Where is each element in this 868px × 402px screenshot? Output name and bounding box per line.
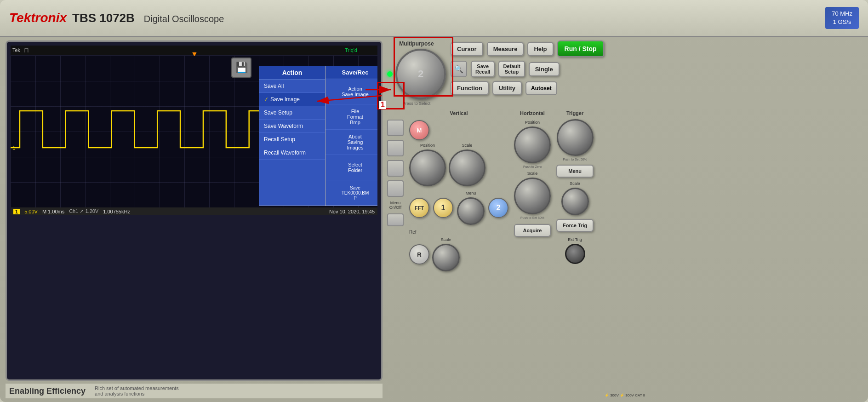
brand-model: TBS 1072B <box>72 11 135 25</box>
trig-label: Triq'd <box>345 47 357 53</box>
sub-menu: Save/Rec Action Save Image File Format B… <box>326 66 377 206</box>
time-div: M 1.00ms <box>42 209 64 214</box>
enabling-text: Enabling Efficiency <box>9 386 86 396</box>
utility-button[interactable]: Utility <box>492 81 522 95</box>
autoset-button[interactable]: Autoset <box>525 81 557 95</box>
menu-on-off-button[interactable] <box>387 213 404 226</box>
brand-tektronix: Tektronix <box>9 11 67 25</box>
horizontal-section: Horizontal Position Push to Zero Scale P… <box>514 110 551 390</box>
trigger-menu-button[interactable]: Menu <box>556 165 594 178</box>
ch2-button[interactable]: 2 <box>488 198 508 218</box>
action-menu-save-image[interactable]: ✓ Save Image <box>259 93 325 106</box>
small-btn-4[interactable] <box>387 180 404 197</box>
screen-bezel: Tek ⊓ Triq'd ▼ 1 <box>6 40 383 381</box>
small-btn-1[interactable] <box>387 120 404 136</box>
force-trig-button[interactable]: Force Trig <box>556 219 594 232</box>
ch1-button[interactable]: 1 <box>433 198 453 218</box>
trigger-scale-knob[interactable] <box>561 188 589 215</box>
ch1-badge: 1 <box>13 209 20 214</box>
multipurpose-section: Multipurpose 2 Press to Select <box>387 40 446 106</box>
datetime: Nov 10, 2020, 19:45 <box>329 209 375 214</box>
trigger-label: Trigger <box>556 110 594 117</box>
screen-status: 1 5.00V M 1.00ms Ch1 ↗ 1.20V 1.00755kHz … <box>11 207 377 215</box>
help-button[interactable]: Help <box>527 42 553 56</box>
single-button[interactable]: Single <box>529 62 560 76</box>
vertical-label: Vertical <box>409 110 508 117</box>
left-small-buttons: Menu On/Off <box>387 120 404 390</box>
ext-trig-connector <box>565 244 585 264</box>
default-setup-button[interactable]: Default Setup <box>498 61 525 77</box>
ch1-menu-knob[interactable] <box>457 197 485 225</box>
scale-label-v: Scale <box>462 143 473 148</box>
vertical-position-knob[interactable] <box>409 149 446 186</box>
sub-menu-save-file[interactable]: Save TEK0000.BM P <box>326 180 377 206</box>
vertical-scale-knob-2[interactable] <box>432 244 460 271</box>
action-menu-save-waveform[interactable]: Save Waveform <box>259 120 325 133</box>
sub-menu-file-format[interactable]: File Format Bmp <box>326 104 377 130</box>
horiz-position-label: Position <box>525 120 540 125</box>
ch1-info: Ch1 ↗ 1.20V <box>69 208 98 214</box>
power-led <box>387 71 393 77</box>
trigger-section: Trigger Push to Set 50% Menu Scale Force… <box>556 110 594 390</box>
screen-section: Tek ⊓ Triq'd ▼ 1 <box>6 40 383 398</box>
zoom-button[interactable]: 🔍 <box>451 61 467 77</box>
action-menu: Action Save All ✓ Save Image Save Setup <box>259 66 326 206</box>
header-specs: 70 MHz 1 GS/s <box>825 7 859 29</box>
action-menu-save-setup[interactable]: Save Setup <box>259 106 325 120</box>
brand-section: Tektronix TBS 1072B Digital Oscilloscope <box>9 11 224 25</box>
horizontal-position-knob[interactable] <box>514 126 551 163</box>
sub-menu-title: Save/Rec <box>326 66 377 79</box>
menu-container: Action Save All ✓ Save Image Save Setup <box>259 66 377 206</box>
cursor-button[interactable]: Cursor <box>451 42 483 56</box>
multipurpose-label: Multipurpose <box>399 40 434 47</box>
horiz-scale-label: Scale <box>527 171 538 176</box>
horizontal-scale-knob[interactable] <box>514 178 551 214</box>
safety-area: ⚡ 300V ⚡ 300V CAT II <box>387 392 862 398</box>
position-label: Position <box>420 143 435 148</box>
save-recall-button[interactable]: Save Recall <box>471 61 495 77</box>
trigger-level-knob[interactable] <box>557 119 594 156</box>
action-menu-recall-setup[interactable]: Recall Setup <box>259 133 325 146</box>
header-bar: Tektronix TBS 1072B Digital Oscilloscope… <box>0 0 868 37</box>
right-panel: Multipurpose 2 Press to Select Cursor Me… <box>387 40 862 398</box>
small-btn-3[interactable] <box>387 160 404 177</box>
measure-button[interactable]: Measure <box>487 42 524 56</box>
sub-menu-about-saving[interactable]: About Saving Images <box>326 130 377 155</box>
ext-trig-label: Ext Trig <box>568 237 582 242</box>
multipurpose-knob[interactable]: 2 <box>395 49 446 99</box>
ref-button[interactable]: R <box>409 244 429 264</box>
run-stop-button[interactable]: Run / Stop <box>557 40 604 57</box>
sub-info: Rich set of automated measurements and a… <box>95 385 179 396</box>
tek-label: Tek <box>12 47 20 53</box>
sub-menu-action-save-image[interactable]: Action Save Image <box>326 79 377 104</box>
oscilloscope-body: Tektronix TBS 1072B Digital Oscilloscope… <box>0 0 868 402</box>
sub-menu-select-folder[interactable]: Select Folder <box>326 155 377 180</box>
svg-text:1: 1 <box>12 145 16 151</box>
math-button[interactable]: M <box>409 120 429 140</box>
menu-on-off-label: Menu On/Off <box>387 201 404 210</box>
screen-header: Tek ⊓ Triq'd ▼ <box>11 46 377 55</box>
main-content: Tek ⊓ Triq'd ▼ 1 <box>0 37 868 402</box>
save-icon-button[interactable]: 💾 <box>231 57 251 78</box>
ch1-voltage: 5.00V <box>24 209 38 214</box>
horizontal-label: Horizontal <box>514 110 551 117</box>
function-button[interactable]: Function <box>451 81 489 95</box>
safety-label: ⚡ 300V ⚡ 300V CAT II <box>605 393 645 397</box>
acquire-button[interactable]: Acquire <box>514 224 551 237</box>
action-menu-save-all[interactable]: Save All <box>259 80 325 93</box>
brand-description: Digital Oscilloscope <box>144 14 224 24</box>
small-btn-2[interactable] <box>387 140 404 156</box>
vertical-section: Vertical M Position Scale <box>409 110 508 390</box>
ref-label: Ref <box>409 230 417 235</box>
frequency: 1.00755kHz <box>103 209 130 214</box>
lower-section: Menu On/Off Vertical M Position <box>387 110 862 390</box>
press-to-select-label: Press to Select <box>403 101 431 106</box>
action-menu-recall-waveform[interactable]: Recall Waveform <box>259 146 325 160</box>
waveform-display: 1 Action Save All ✓ Save Image <box>11 56 377 207</box>
vertical-scale-knob[interactable] <box>449 149 485 186</box>
fft-button[interactable]: FFT <box>409 198 429 218</box>
bottom-info: Enabling Efficiency Rich set of automate… <box>6 384 383 398</box>
right-buttons-col1: Cursor Measure Help Run / Stop 🔍 Save Re… <box>451 40 604 95</box>
action-menu-title: Action <box>259 66 325 80</box>
